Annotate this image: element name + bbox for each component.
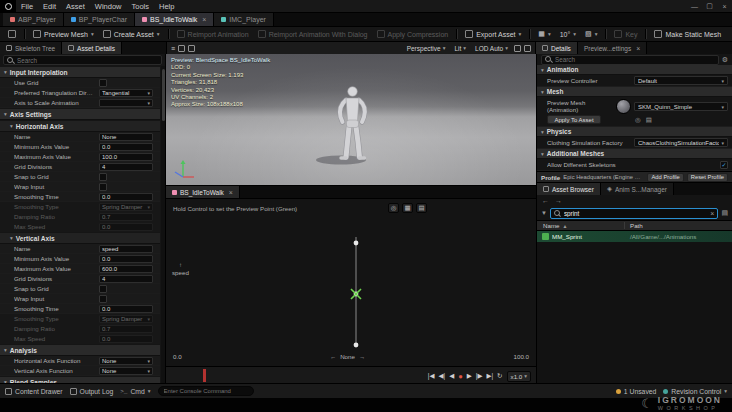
unreal-logo[interactable] (0, 0, 16, 13)
minimize-icon[interactable]: — (687, 3, 702, 10)
back-arrow-icon[interactable]: ← (542, 197, 549, 204)
close-tab-icon[interactable]: × (202, 16, 206, 23)
rotation-snap-button[interactable]: 10° ▾ (556, 30, 580, 39)
menu-file[interactable]: File (16, 2, 38, 11)
tab-imc-player[interactable]: IMC_Player (214, 13, 274, 26)
dropdown-field[interactable]: None▾ (99, 367, 153, 375)
mesh-thumbnail[interactable] (616, 99, 631, 114)
column-path[interactable]: Path (625, 222, 732, 229)
forward-arrow-icon[interactable]: → (555, 197, 562, 204)
tab-asset-browser[interactable]: Asset Browser (537, 183, 601, 195)
dropdown-field[interactable]: None▾ (99, 357, 153, 365)
blendspace-graph[interactable] (166, 199, 536, 366)
play-button[interactable]: ▶ (467, 372, 472, 380)
unsaved-indicator[interactable]: 1 Unsaved (616, 388, 657, 395)
value-field[interactable]: speed (99, 245, 153, 253)
value-field[interactable]: 0.0 (99, 255, 153, 263)
dropdown-field[interactable]: Tangential▾ (99, 89, 153, 97)
maximize-icon[interactable]: ▢ (702, 2, 717, 10)
revision-control-button[interactable]: Revision Control ▾ (663, 388, 727, 395)
close-tab-icon[interactable]: × (229, 189, 233, 196)
section-additional-meshes[interactable]: ▾ Additional Meshes (537, 149, 732, 159)
preview-mesh-dropdown[interactable]: SKM_Quinn_Simple ▾ (634, 102, 728, 111)
dropdown-field[interactable]: ▾ (99, 99, 153, 107)
value-field[interactable]: 0.0 (99, 143, 153, 151)
output-log-button[interactable]: Output Log (70, 388, 114, 395)
screenshot-icon[interactable] (514, 45, 521, 52)
scrollbar[interactable] (161, 66, 165, 383)
dropdown-field[interactable]: Spring Damper▾ (99, 203, 153, 211)
make-static-mesh-button[interactable]: Make Static Mesh (650, 29, 725, 39)
checkbox[interactable] (99, 79, 107, 87)
search-box[interactable] (3, 55, 162, 65)
lod-dropdown[interactable]: LOD Auto ▾ (472, 45, 511, 52)
value-field[interactable]: 100.0 (99, 153, 153, 161)
play-reverse-button[interactable]: ◀ (449, 372, 454, 380)
record-button[interactable]: ● (458, 372, 463, 381)
reset-profile-button[interactable]: Reset Profile (687, 173, 728, 182)
value-field[interactable]: 0.0 (99, 335, 153, 343)
timeline-playhead[interactable] (203, 369, 206, 382)
blendspace-graph-area[interactable]: Hold Control to set the Preview Point (G… (166, 199, 536, 366)
value-field[interactable]: 4 (99, 163, 153, 171)
reimport-animation-button[interactable]: Reimport Animation (173, 29, 253, 39)
apply-to-asset-button[interactable]: Apply To Asset (547, 115, 601, 124)
checkbox[interactable] (99, 183, 107, 191)
section-animation[interactable]: ▾ Animation (537, 65, 732, 75)
asset-search-input[interactable] (564, 210, 707, 217)
tab-bp-playerchar[interactable]: BP_PlayerChar (64, 13, 135, 26)
gear-icon[interactable]: ⚙ (722, 56, 728, 64)
menu-help[interactable]: Help (154, 2, 179, 11)
clear-search-icon[interactable]: × (710, 210, 714, 217)
perspective-dropdown[interactable]: Perspective ▾ (404, 45, 449, 52)
key-button[interactable]: Key (610, 29, 641, 39)
preview-mesh-button[interactable]: Preview Mesh ▾ (29, 29, 98, 39)
asset-row-selected[interactable]: MM_Sprint /All/Game/.../Animations (537, 231, 732, 242)
timeline-bar[interactable]: |◀ ◀| ◀ ● ▶ |▶ ▶| ↻ x1.0 ▾ (166, 366, 536, 384)
tab-anim-slot-manager[interactable]: ◈ Anim S...Manager (601, 183, 674, 195)
preview-viewport[interactable]: Preview: BlendSpace BS_IdleToWalk LOD: 0… (166, 54, 536, 185)
menu-asset[interactable]: Asset (61, 2, 90, 11)
viewport-camera-icon[interactable] (178, 45, 185, 52)
checkbox[interactable] (99, 173, 107, 181)
value-field[interactable]: 0.0 (99, 305, 153, 313)
reimport-animation-dialog-button[interactable]: Reimport Animation With Dialog (254, 29, 372, 39)
asset-browser-empty-area[interactable] (537, 242, 732, 383)
value-field[interactable]: 0.0 (99, 193, 153, 201)
viewport-menu-icon[interactable]: ≡ (171, 45, 175, 52)
maximize-viewport-icon[interactable] (524, 45, 531, 52)
section-horizontal-axis[interactable]: ▾ Horizontal Axis (0, 121, 160, 132)
clothing-factory-dropdown[interactable]: ChaosClothingSimulationFactory ▾ (634, 138, 728, 147)
menu-tools[interactable]: Tools (126, 2, 154, 11)
profile-value[interactable]: Epic Headquarters (Engine Default) (563, 174, 644, 180)
grid-snap-button[interactable]: ▦ ▾ (534, 29, 554, 39)
section-analysis[interactable]: ▾ Analysis (0, 345, 160, 356)
section-physics[interactable]: ▾ Physics (537, 127, 732, 137)
value-field[interactable]: 0.7 (99, 325, 153, 333)
value-field[interactable]: 4 (99, 275, 153, 283)
playback-speed-dropdown[interactable]: x1.0 ▾ (507, 371, 531, 382)
loop-button[interactable]: ↻ (497, 372, 502, 380)
lit-dropdown[interactable]: Lit ▾ (451, 45, 469, 52)
filter-icon[interactable]: ▼ (541, 210, 547, 216)
menu-window[interactable]: Window (90, 2, 127, 11)
content-drawer-button[interactable]: Content Drawer (5, 388, 63, 395)
checkbox[interactable]: ✓ (720, 161, 728, 169)
checkbox[interactable] (99, 285, 107, 293)
close-icon[interactable]: × (717, 3, 732, 10)
value-field[interactable]: 0.0 (99, 223, 153, 231)
asset-search-box[interactable]: × (550, 208, 718, 219)
step-back-button[interactable]: ◀| (438, 372, 445, 380)
section-input-interpolation[interactable]: ▾ Input Interpolation (0, 67, 160, 78)
column-name[interactable]: Name ▲ (537, 222, 625, 229)
viewport-view-icon[interactable] (188, 45, 195, 52)
value-field[interactable]: 0.7 (99, 213, 153, 221)
dropdown-field[interactable]: Spring Damper▾ (99, 315, 153, 323)
tab-skeleton-tree[interactable]: Skeleton Tree (0, 42, 62, 54)
search-input[interactable] (555, 56, 715, 63)
tab-details[interactable]: Details (536, 42, 578, 54)
search-box[interactable] (541, 55, 719, 65)
search-input[interactable] (17, 57, 158, 64)
browse-to-asset-icon[interactable]: ▤ (646, 116, 652, 124)
go-to-end-button[interactable]: ▶| (486, 372, 493, 380)
